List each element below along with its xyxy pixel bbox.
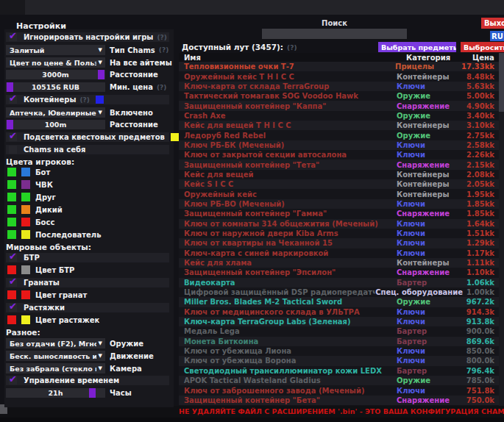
table-row[interactable]: Ключ-карта от склада TerraGroupКлючи5.63… (179, 82, 504, 91)
table-row[interactable]: Тепловизионные очки Т-7Прицелы17.33kk (179, 62, 504, 71)
color-swatch[interactable] (21, 290, 30, 299)
color-swatch[interactable] (7, 265, 16, 274)
search-input[interactable] (262, 29, 407, 39)
dropdown[interactable]: Залитый▼ (6, 45, 105, 55)
dropdown[interactable]: Аптечка, Ювелирные и...▼ (6, 107, 105, 118)
bottom-strip (0, 418, 504, 422)
color-swatch[interactable] (21, 168, 30, 176)
color-swatch[interactable] (21, 193, 30, 201)
table-row[interactable]: Оружейный кейсКонтейнеры1.95kk (179, 189, 504, 199)
table-row[interactable]: Кейс для вещей T H I C CКонтейнеры3.10kk (179, 121, 504, 130)
table-row[interactable]: Ключ от комнаты 314 общежития (Меченый)К… (179, 219, 504, 229)
checkbox[interactable]: ✔ (9, 96, 17, 104)
loot-help-icon: (?) (287, 44, 297, 51)
dropdown[interactable]: Цвет по цене & Пользователь▼ (6, 57, 105, 68)
slider[interactable]: 3000m (6, 70, 105, 79)
color-swatch[interactable] (7, 180, 16, 189)
table-row[interactable]: Защищенный контейнер "Каппа"Снаряжение4.… (179, 101, 504, 110)
help-icon: (?) (79, 96, 89, 104)
table-row[interactable]: Ключ от медицинского склада в УЛЬТРАКлюч… (179, 307, 504, 317)
drop-all-button[interactable]: Выбросить все (461, 42, 504, 52)
item-price: 2.15kk (463, 161, 504, 169)
table-row[interactable]: Crash AxeОружие3.40kk (179, 111, 504, 121)
color-swatch[interactable] (7, 218, 16, 226)
slider[interactable]: 100m (6, 120, 105, 129)
table-scrollbar[interactable] (499, 53, 504, 406)
table-row[interactable]: Защищенный контейнер "Гамма"Снаряжение1.… (179, 209, 504, 218)
checkbox[interactable]: ✔ (9, 254, 17, 262)
item-price: 17.33kk (461, 62, 504, 71)
table-row[interactable]: APOK Tactical Wasteland GladiusОружие785… (179, 376, 504, 385)
color-swatch[interactable] (7, 230, 16, 239)
table-row[interactable]: Оружейный кейс T H I C CКонтейнеры8.48kk (179, 71, 504, 81)
slider-value: 3000m (6, 70, 105, 79)
exit-button[interactable]: Выход (481, 18, 504, 29)
checkbox[interactable]: ✔ (9, 279, 17, 287)
table-row[interactable]: Кейс для вещейКонтейнеры2.08kk (179, 170, 504, 179)
slider[interactable]: 105156 RUB (6, 82, 105, 92)
color-swatch[interactable] (96, 96, 104, 104)
dropdown[interactable]: Без забрала (стекло шлема)▼ (6, 363, 105, 373)
table-row[interactable]: Цифровой защищённый DSP радиопередатчикС… (179, 287, 504, 297)
item-price: 869.6k (463, 337, 504, 346)
table-row[interactable]: Ледоруб Red RebelОружие2.75kk (179, 130, 504, 140)
item-name: Защищенный контейнер "Тета" (179, 161, 397, 169)
item-name: Ключ-карта от склада TerraGroup (179, 82, 397, 90)
color-swatch[interactable] (21, 205, 30, 214)
table-row[interactable]: Ключ-карта с синей маркировкойКлючи1.17k… (179, 248, 504, 258)
sidebar-checkbox-row: ✔Растяжки (6, 303, 169, 312)
table-row[interactable]: ВидеокартаБартер1.06kk (179, 278, 504, 287)
table-row[interactable]: Тактический томагавк SOG Voodoo HawkОруж… (179, 91, 504, 101)
checkbox[interactable]: ✔ (9, 33, 17, 41)
color-swatch[interactable] (21, 265, 30, 274)
item-name: Ключ от убежища Лиона (179, 347, 397, 355)
color-swatch[interactable] (7, 205, 16, 214)
table-row[interactable]: Miller Bros. Blades M-2 Tactical SwordОр… (179, 297, 504, 307)
checkbox-label: БТР (24, 254, 40, 262)
color-swatch[interactable] (7, 315, 16, 324)
checkbox-label: Контейнеры (24, 96, 76, 104)
table-row[interactable]: Кейс для хламаКонтейнеры1.11kk (179, 258, 504, 268)
color-swatch[interactable] (7, 193, 16, 201)
table-row[interactable]: Ключ РБ-БК (Меченый)Ключи2.58kk (179, 140, 504, 150)
table-row[interactable]: Ключ от заброшенного завода (Меченый)Клю… (179, 385, 504, 395)
table-row[interactable]: Медаль LegaБартер900.0k (179, 326, 504, 336)
table-row[interactable]: Ключ-карта TerraGroup Labs (Зеленая)Ключ… (179, 317, 504, 326)
table-row[interactable]: Ключ от наружной двери Kiba ArmsКлючи1.5… (179, 229, 504, 238)
color-swatch[interactable] (171, 133, 179, 141)
color-swatch[interactable] (21, 218, 30, 226)
color-swatch[interactable] (21, 230, 30, 239)
dropdown[interactable]: Беск. выносливость и нет уста▼ (6, 351, 105, 361)
chevron-down-icon: ▼ (99, 365, 102, 371)
slider[interactable]: 21h (6, 388, 105, 398)
color-swatch[interactable] (21, 315, 30, 324)
color-swatch[interactable] (21, 180, 30, 189)
table-row[interactable]: Защищенный контейнер "Бета"Снаряжение750… (179, 396, 504, 405)
table-row[interactable]: Ключ от убежища ЛионаКлючи850.0k (179, 346, 504, 356)
item-price: 5.63kk (463, 82, 504, 90)
table-row[interactable]: Защищенный контейнер "Тета"Снаряжение2.1… (179, 160, 504, 169)
table-row[interactable]: Кейс S I C CКонтейнеры2.05kk (179, 179, 504, 189)
table-row[interactable]: Ключ от закрытой секции автосалонаКлючи2… (179, 150, 504, 160)
checkbox[interactable]: ✔ (9, 304, 17, 312)
loot-title-text: Доступный лут (3457): (182, 43, 283, 51)
select-kappa-items-button[interactable]: Выбрать предметы каппа (378, 42, 456, 52)
table-row[interactable]: Ключ РБ-ВО (Меченый)Ключи1.85kk (179, 199, 504, 209)
language-button[interactable]: RU (490, 31, 504, 41)
checkbox[interactable] (9, 146, 17, 154)
checkbox[interactable]: ✔ (9, 376, 17, 385)
dropdown-value: Без отдачи (F2), Мгновенное п (6, 340, 96, 348)
table-row[interactable]: Ключ от квартиры на Чеканной 15Ключи1.29… (179, 238, 504, 248)
scrollbar-thumb[interactable] (499, 53, 504, 112)
table-row[interactable]: Защищенный контейнер "Эпсилон"Снаряжение… (179, 268, 504, 277)
color-swatch[interactable] (7, 168, 16, 176)
checkbox[interactable]: ✔ (9, 133, 17, 141)
search-label: Поиск (262, 19, 407, 27)
table-row[interactable]: Монета БиткоинаБартер869.6k (179, 337, 504, 346)
table-row[interactable]: Ключ от убежища ВоронаКлючи800.0k (179, 356, 504, 365)
table-row[interactable]: Светодиодный трансиллюминатор кожи LEDXБ… (179, 366, 504, 376)
dropdown[interactable]: Без отдачи (F2), Мгновенное п▼ (6, 338, 105, 348)
dropdown-value: Цвет по цене & Пользователь (6, 59, 96, 67)
color-swatch[interactable] (7, 290, 16, 299)
sidebar-pair-row: Цвет гранат (6, 290, 174, 299)
